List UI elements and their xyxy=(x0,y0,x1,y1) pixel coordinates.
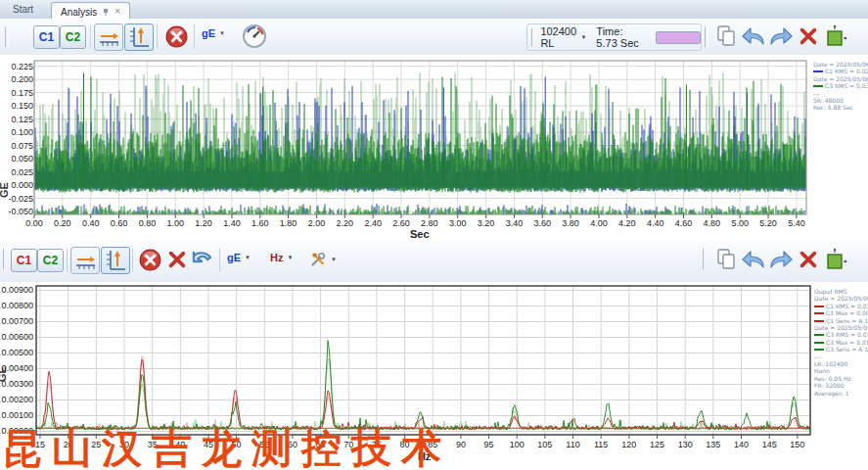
axis-tick-label: 65 xyxy=(316,440,326,449)
legend-line: --- xyxy=(814,353,868,360)
y-axis-settings-button[interactable] xyxy=(101,247,130,274)
export-image-button[interactable] xyxy=(822,24,849,49)
axis-tick-label: 0.00400 xyxy=(0,363,33,373)
axis-tick-label: 1.80 xyxy=(280,218,297,228)
delete-button[interactable] xyxy=(795,247,822,272)
axis-tick-label: 0.225 xyxy=(0,62,33,71)
copy-button[interactable] xyxy=(712,24,740,49)
legend-line: C3 RMS = 0.03 GE xyxy=(813,82,868,89)
axis-tick-label: 0.00500 xyxy=(0,348,33,357)
spectrum-plot[interactable] xyxy=(36,286,810,435)
axis-tick-label: 4.00 xyxy=(590,218,608,228)
spectrum-chart-panel: GE 0.000000.001000.002000.003000.004000.… xyxy=(0,282,868,470)
redo-button[interactable] xyxy=(767,24,795,49)
axis-tick-label: 0.025 xyxy=(0,167,33,177)
stop-button[interactable] xyxy=(136,247,163,272)
axis-tick-label: 0.00300 xyxy=(0,379,33,389)
toolbar-grip[interactable] xyxy=(705,26,708,47)
axis-tick-label: -0.050 xyxy=(0,207,33,216)
chart1-legend: Date = 2025/05/06C1 RMS = 0.02 GEDate = … xyxy=(813,61,868,112)
axis-tick-label: 140 xyxy=(734,440,749,449)
export-image-button[interactable] xyxy=(822,247,849,272)
axis-tick-label: 0.00800 xyxy=(0,301,33,310)
export-image-icon xyxy=(824,24,847,48)
axis-tick-label: 5.00 xyxy=(731,218,749,228)
x-axis-icon xyxy=(73,249,97,272)
redo-icon xyxy=(768,24,794,48)
chevron-down-icon: ▼ xyxy=(219,30,225,36)
axis-tick-label: 1.40 xyxy=(223,218,241,228)
axis-tick-label: 130 xyxy=(678,440,693,449)
stop-icon xyxy=(138,248,162,272)
axis-tick-label: 0.20 xyxy=(54,218,71,228)
axis-tick-label: 5.20 xyxy=(759,218,777,228)
legend-line: C1 RMS = 0.01 GE xyxy=(814,303,868,309)
gauge-view-button[interactable] xyxy=(241,24,268,49)
channel-c2-button[interactable]: C2 xyxy=(60,25,86,49)
axis-tick-label: 80 xyxy=(400,440,410,449)
spectrum-c1-button[interactable]: C1 xyxy=(11,249,37,272)
axis-tick-label: 145 xyxy=(762,440,777,449)
axis-tick-label: 150 xyxy=(790,440,804,449)
x-axis-settings-button[interactable] xyxy=(94,24,123,51)
time-waveform-plot[interactable] xyxy=(34,61,806,214)
redo-button[interactable] xyxy=(767,247,795,272)
toolbar-grip[interactable] xyxy=(5,26,9,47)
stop-button[interactable] xyxy=(162,24,190,49)
undo-button[interactable] xyxy=(189,247,216,272)
toolbar-bottom: C1 C2 xyxy=(0,241,868,283)
toolbar-grip[interactable] xyxy=(703,249,707,269)
toolbar-top: C1 C2 gE ▼ xyxy=(0,19,868,56)
axis-tick-label: 135 xyxy=(706,440,720,449)
delete-button[interactable] xyxy=(795,24,822,49)
axis-tick-label: 5.40 xyxy=(788,218,805,228)
axis-tick-label: 0.00700 xyxy=(0,316,33,326)
record-length-dropdown[interactable]: 102400 RL xyxy=(540,25,576,49)
chevron-down-icon: ▼ xyxy=(245,255,251,260)
close-tab-icon[interactable]: × xyxy=(114,7,120,17)
chevron-down-icon: ▼ xyxy=(287,255,293,260)
axis-tick-label: 3.80 xyxy=(562,218,579,228)
axis-tick-label: 35 xyxy=(148,440,158,449)
group-grip[interactable] xyxy=(531,28,534,46)
y-axis-icon xyxy=(127,25,151,49)
redo-icon xyxy=(768,248,794,271)
axis-tick-label: 70 xyxy=(343,440,353,449)
axis-tick-label: 85 xyxy=(428,440,437,449)
delete-button[interactable] xyxy=(163,247,191,272)
axis-tick-label: 0.050 xyxy=(0,154,33,164)
legend-line: SR: 48000 xyxy=(813,97,868,104)
y-axis-settings-button[interactable] xyxy=(124,24,154,51)
axis-tick-label: 3.40 xyxy=(506,218,524,228)
spectrum-c2-button[interactable]: C2 xyxy=(37,249,64,272)
pin-icon[interactable] xyxy=(102,8,110,17)
undo-icon xyxy=(741,24,766,48)
tab-analysis[interactable]: Analysis × xyxy=(51,2,130,19)
tab-start[interactable]: Start xyxy=(4,2,42,19)
axis-tick-label: 40 xyxy=(175,440,185,449)
axis-tick-label: 45 xyxy=(204,440,213,449)
copy-button[interactable] xyxy=(712,247,740,272)
toolbar-grip[interactable] xyxy=(3,249,7,269)
undo-button[interactable] xyxy=(740,24,767,49)
chevron-down-icon: ▼ xyxy=(331,257,337,262)
unit-dropdown[interactable]: gE ▼ xyxy=(227,252,251,263)
undo-button[interactable] xyxy=(740,247,767,272)
unit-dropdown[interactable]: gE ▼ xyxy=(202,27,225,39)
freq-axis-dropdown[interactable]: Hz ▼ xyxy=(270,252,293,263)
progress-fill xyxy=(657,32,700,43)
legend-line: Date = 2025/05/06 xyxy=(814,324,868,331)
delete-x-icon xyxy=(166,249,188,270)
stop-icon xyxy=(164,24,189,49)
analysis-tools-dropdown[interactable]: ▼ xyxy=(309,247,337,272)
chart1-x-axis-title: Sec xyxy=(410,228,430,240)
x-axis-settings-button[interactable] xyxy=(70,247,100,274)
axis-tick-label: 100 xyxy=(510,440,525,449)
axis-tick-label: 4.80 xyxy=(704,218,721,228)
channel-c1-button[interactable]: C1 xyxy=(33,25,60,49)
axis-tick-label: 120 xyxy=(621,440,636,449)
axis-tick-label: 20 xyxy=(64,440,73,449)
tab-bar: Start Analysis × xyxy=(0,0,868,20)
legend-line: Rec: 5.88 Sec xyxy=(813,104,868,111)
legend-line: Ouput RMS xyxy=(814,288,868,295)
